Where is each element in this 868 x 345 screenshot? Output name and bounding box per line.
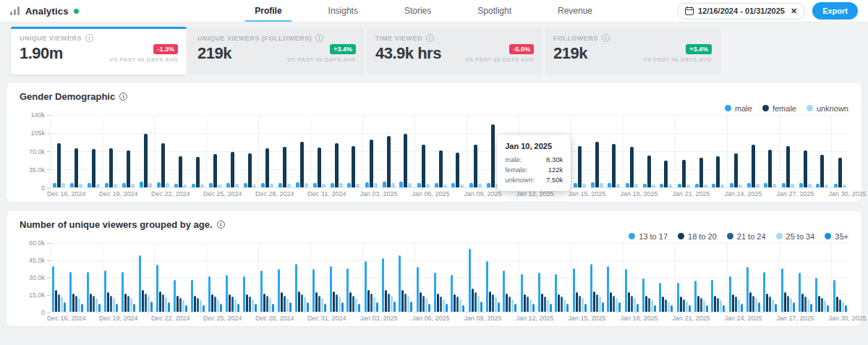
tab-revenue[interactable]: Revenue [553, 0, 597, 22]
bar-group[interactable] [414, 243, 433, 312]
bar-group[interactable] [328, 115, 346, 187]
bar-group[interactable] [571, 243, 589, 312]
legend-13-to-17[interactable]: 13 to 17 [629, 232, 668, 241]
bar-group[interactable] [605, 243, 623, 312]
legend-21-to-24[interactable]: 21 to 24 [727, 232, 766, 241]
bar-group[interactable] [484, 243, 501, 312]
stat-card-followers[interactable]: FOLLOWERS 219k +3.4% VS PAST 46 DAYS AVG [545, 27, 720, 74]
bar-group[interactable] [519, 243, 537, 312]
bar-group[interactable] [692, 243, 710, 312]
legend-male[interactable]: male [725, 104, 752, 113]
info-icon[interactable] [217, 221, 225, 229]
bar-group[interactable] [779, 243, 797, 312]
bar-group[interactable] [623, 115, 641, 187]
bar-group[interactable] [449, 243, 467, 312]
bar-group[interactable] [258, 243, 276, 312]
bar-group[interactable] [796, 115, 814, 187]
stat-card-time-viewed[interactable]: TIME VIEWED 43.9k hrs -5.0% VS PAST 46 D… [367, 27, 542, 74]
bar-group[interactable] [432, 115, 449, 187]
bar-group[interactable] [762, 243, 779, 312]
bar-group[interactable] [68, 115, 85, 187]
bar-group[interactable] [120, 115, 137, 187]
info-icon[interactable] [119, 93, 127, 101]
info-icon[interactable] [85, 34, 93, 42]
bar-group[interactable] [796, 243, 814, 312]
bar-group[interactable] [449, 115, 467, 187]
bar-group[interactable] [588, 243, 605, 312]
bar-group[interactable] [831, 115, 849, 187]
bar-group[interactable] [675, 115, 693, 187]
bar-group[interactable] [241, 115, 258, 187]
bar-group[interactable] [762, 115, 779, 187]
bar-group[interactable] [345, 115, 362, 187]
close-icon[interactable]: ✕ [791, 7, 797, 16]
bar-group[interactable] [692, 115, 710, 187]
bar-group[interactable] [120, 243, 137, 312]
bar-group[interactable] [137, 115, 154, 187]
bar-group[interactable] [467, 243, 485, 312]
legend-35+[interactable]: 35+ [825, 232, 848, 241]
bar-group[interactable] [831, 243, 849, 312]
bar-group[interactable] [814, 115, 831, 187]
bar-group[interactable] [710, 115, 727, 187]
bar-group[interactable] [467, 115, 485, 187]
bar-group[interactable] [727, 243, 745, 312]
bar-group[interactable] [50, 243, 68, 312]
tab-spotlight[interactable]: Spotlight [473, 0, 516, 22]
info-icon[interactable] [315, 34, 323, 42]
bar-group[interactable] [224, 115, 242, 187]
bar-group[interactable] [414, 115, 433, 187]
bar-group[interactable] [779, 115, 797, 187]
bar-group[interactable] [293, 243, 310, 312]
bar-group[interactable] [432, 243, 449, 312]
bar-group[interactable] [362, 243, 380, 312]
bar-group[interactable] [814, 243, 831, 312]
bar-group[interactable] [102, 115, 120, 187]
bar-group[interactable] [658, 243, 675, 312]
bar-group[interactable] [380, 243, 397, 312]
bar-group[interactable] [189, 243, 206, 312]
bar-group[interactable] [310, 115, 328, 187]
bar-group[interactable] [85, 243, 102, 312]
bar-group[interactable] [276, 243, 294, 312]
bar-group[interactable] [640, 115, 658, 187]
bar-group[interactable] [310, 243, 328, 312]
bar-group[interactable] [206, 243, 224, 312]
bar-group[interactable] [536, 243, 553, 312]
bar-group[interactable] [553, 243, 571, 312]
bar-group[interactable] [397, 243, 414, 312]
bar-group[interactable] [154, 115, 172, 187]
export-button[interactable]: Export [812, 2, 858, 20]
stat-card-unique-viewers-followers[interactable]: UNIQUE VIEWERS (FOLLOWERS) 219k +3.4% VS… [189, 27, 365, 74]
bar-group[interactable] [328, 243, 346, 312]
bar-group[interactable] [571, 115, 589, 187]
bar-group[interactable] [744, 243, 762, 312]
bar-group[interactable] [380, 115, 397, 187]
bar-group[interactable] [85, 115, 102, 187]
bar-group[interactable] [102, 243, 120, 312]
stat-card-unique-viewers[interactable]: UNIQUE VIEWERS 1.90m -1.3% VS PAST 46 DA… [11, 27, 187, 74]
legend-18-to-20[interactable]: 18 to 20 [678, 232, 717, 241]
bar-group[interactable] [345, 243, 362, 312]
bar-group[interactable] [154, 243, 172, 312]
bar-group[interactable] [501, 243, 519, 312]
bar-group[interactable] [605, 115, 623, 187]
bar-group[interactable] [276, 115, 294, 187]
bar-group[interactable] [172, 115, 190, 187]
info-icon[interactable] [602, 34, 610, 42]
tab-insights[interactable]: Insights [324, 0, 362, 22]
bar-group[interactable] [744, 115, 762, 187]
bar-group[interactable] [658, 115, 675, 187]
legend-female[interactable]: female [762, 104, 796, 113]
bar-group[interactable] [68, 243, 85, 312]
bar-group[interactable] [293, 115, 310, 187]
bar-group[interactable] [189, 115, 206, 187]
bar-group[interactable] [258, 115, 276, 187]
bar-group[interactable] [397, 115, 414, 187]
bar-group[interactable] [640, 243, 658, 312]
bar-group[interactable] [172, 243, 190, 312]
date-range-picker[interactable]: 12/16/2024 - 01/31/2025 ✕ [677, 3, 805, 20]
tab-profile[interactable]: Profile [250, 0, 286, 22]
bar-group[interactable] [623, 243, 641, 312]
legend-25-to-34[interactable]: 25 to 34 [776, 232, 815, 241]
